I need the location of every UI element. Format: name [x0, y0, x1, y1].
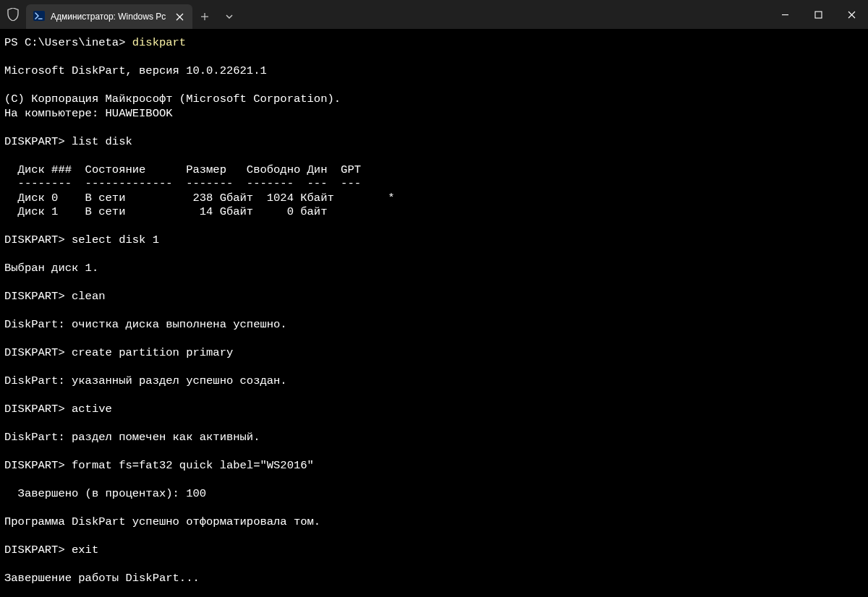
maximize-button[interactable] [801, 0, 835, 29]
shield-icon [0, 0, 26, 29]
output-line: DiskPart: раздел помечен как активный. [4, 431, 260, 444]
diskpart-prompt: DISKPART> [4, 459, 72, 472]
diskpart-command: select disk 1 [72, 233, 159, 246]
table-divider: -------- ------------- ------- ------- -… [4, 177, 361, 190]
close-tab-button[interactable] [174, 11, 185, 22]
maximize-icon [814, 11, 822, 19]
output-line: DiskPart: указанный раздел успешно созда… [4, 374, 287, 387]
chevron-down-icon [225, 12, 234, 21]
diskpart-prompt: DISKPART> [4, 233, 72, 246]
table-header: Диск ### Состояние Размер Свободно Дин G… [4, 163, 361, 176]
minimize-icon [781, 11, 789, 19]
diskpart-command: active [72, 403, 112, 416]
diskpart-command: clean [72, 290, 106, 303]
output-line: На компьютере: HUAWEIBOOK [4, 107, 173, 120]
diskpart-command: create partition primary [72, 346, 233, 359]
output-line: Выбран диск 1. [4, 262, 98, 275]
minimize-button[interactable] [768, 0, 801, 29]
output-line: Программа DiskPart успешно отформатирова… [4, 515, 320, 528]
tab-dropdown-button[interactable] [217, 4, 242, 29]
ps-prompt: PS C:\Users\ineta> [4, 36, 132, 49]
close-icon [848, 11, 856, 19]
table-row: Диск 0 В сети 238 Gбайт 1024 Кбайт * [4, 192, 395, 205]
diskpart-prompt: DISKPART> [4, 403, 72, 416]
diskpart-prompt: DISKPART> [4, 346, 72, 359]
close-icon [176, 13, 184, 21]
svg-rect-7 [815, 12, 822, 18]
output-line: Завершено (в процентах): 100 [4, 487, 206, 500]
terminal-output[interactable]: PS C:\Users\ineta> diskpart Microsoft Di… [0, 29, 868, 597]
close-window-button[interactable] [835, 0, 868, 29]
diskpart-command: list disk [72, 135, 132, 148]
diskpart-prompt: DISKPART> [4, 135, 72, 148]
output-line: Microsoft DiskPart, версия 10.0.22621.1 [4, 64, 267, 77]
tab-title: Администратор: Windows Pc [51, 12, 168, 22]
window-controls [768, 0, 868, 29]
table-row: Диск 1 В сети 14 Gбайт 0 байт [4, 205, 327, 218]
ps-command: diskpart [132, 36, 186, 49]
titlebar: Администратор: Windows Pc [0, 0, 868, 29]
powershell-icon [33, 10, 45, 24]
diskpart-prompt: DISKPART> [4, 290, 72, 303]
diskpart-prompt: DISKPART> [4, 544, 72, 557]
tab-active[interactable]: Администратор: Windows Pc [26, 4, 192, 29]
titlebar-left: Администратор: Windows Pc [0, 0, 768, 29]
output-line: (C) Корпорация Майкрософт (Microsoft Cor… [4, 93, 341, 106]
diskpart-command: exit [72, 544, 98, 557]
output-line: DiskPart: очистка диска выполнена успешн… [4, 318, 287, 331]
diskpart-command: format fs=fat32 quick label="WS2016" [72, 459, 314, 472]
output-line: Завершение работы DiskPart... [4, 572, 200, 585]
plus-icon [200, 12, 209, 21]
new-tab-button[interactable] [192, 4, 217, 29]
svg-rect-0 [33, 11, 45, 21]
